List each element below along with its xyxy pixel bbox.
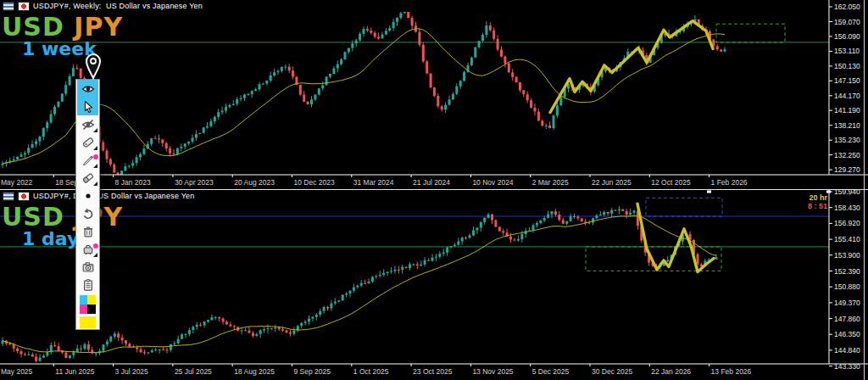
daily-chart-canvas[interactable]: 159.940158.430156.920155.410153.900152.3… <box>0 190 868 380</box>
window-marker <box>707 191 711 193</box>
price-axis-label: 147.860 <box>834 315 860 323</box>
price-axis-label: 153.900 <box>834 251 860 260</box>
date-axis-label: 12 Oct 2025 <box>651 178 691 187</box>
dashed-zone-rectangle[interactable] <box>716 24 785 42</box>
price-axis-label: 143.330 <box>834 362 860 371</box>
price-axis-label: 141.190 <box>834 106 860 115</box>
price-axis-label: 155.410 <box>834 235 860 243</box>
color-palette-button[interactable] <box>77 293 98 316</box>
pin-marker-icon[interactable] <box>83 52 103 81</box>
undo-button[interactable] <box>77 204 98 222</box>
date-axis-label: May 2022 <box>1 178 33 187</box>
weekly-chart-titlebar[interactable]: USDJPY#, Weekly: US Dollar vs Japanese Y… <box>0 0 203 12</box>
date-axis-label: 11 Jun 2025 <box>55 367 94 376</box>
price-axis-label: 156.920 <box>834 219 860 227</box>
clipboard-notes-button[interactable] <box>77 276 98 293</box>
usd-flag-icon <box>3 2 14 11</box>
jpy-flag-icon <box>18 192 30 201</box>
date-axis-label: 22 Jan 2026 <box>651 367 691 376</box>
date-axis-label: 9 Sep 2025 <box>294 367 331 376</box>
price-axis-label: 153.110 <box>834 47 860 55</box>
submenu-corner-arrow <box>93 253 97 257</box>
drawing-toolbar[interactable] <box>75 79 100 330</box>
hand-drawn-zigzag-annotation[interactable] <box>550 21 713 113</box>
price-axis-label: 149.370 <box>834 299 860 307</box>
date-axis-label: 1 Feb 2026 <box>711 178 748 187</box>
chart-window-daily[interactable]: USD JPY 1 day 159.940158.430156.920155.4… <box>0 189 868 380</box>
hide-objects-button[interactable] <box>77 115 98 133</box>
date-axis-label: 5 Dec 2025 <box>532 367 570 376</box>
select-cursor-button[interactable] <box>77 98 98 115</box>
date-axis-label: 2 Mar 2025 <box>532 178 569 187</box>
delete-trash-button[interactable] <box>77 222 98 240</box>
candlestick-series <box>2 206 718 362</box>
candle-countdown-timer: 20 hr 8 : 51 <box>808 193 827 210</box>
price-axis-label: 146.350 <box>834 330 860 338</box>
date-axis-label: 3 Jul 2025 <box>115 367 148 376</box>
date-axis-label: 13 Nov 2025 <box>472 367 513 376</box>
price-axis-label: 158.430 <box>834 204 860 212</box>
date-axis-label: 18 Aug 2025 <box>234 367 275 376</box>
date-axis-label: 22 Jun 2025 <box>592 178 632 187</box>
price-axis-label: 150.130 <box>834 62 860 70</box>
price-axis-label: 147.150 <box>834 76 860 85</box>
undo-icon <box>81 207 95 221</box>
price-axis-label: 138.210 <box>834 121 860 130</box>
timer-session-remaining: 20 hr <box>808 193 827 202</box>
eraser-button[interactable] <box>77 169 98 187</box>
date-axis-label: 13 Feb 2026 <box>711 367 752 376</box>
submenu-corner-arrow <box>93 182 97 186</box>
weekly-chart-canvas[interactable]: 162.050159.070156.090153.110150.130147.1… <box>0 0 868 189</box>
chart-window-weekly[interactable]: USD JPY 1 week 162.050159.070156.090153.… <box>0 0 868 189</box>
price-axis-label: 144.840 <box>834 346 860 355</box>
submenu-corner-arrow <box>93 146 97 150</box>
screenshot-camera-button[interactable] <box>77 258 98 276</box>
trash-icon <box>81 225 95 238</box>
date-axis-label: 30 Dec 2025 <box>592 367 632 376</box>
draw-pencil-button[interactable] <box>77 151 98 169</box>
moving-average-line <box>3 29 725 164</box>
jpy-flag-icon <box>18 2 30 11</box>
price-axis-label: 129.270 <box>834 165 860 174</box>
date-axis-label: 1 Oct 2025 <box>353 367 389 376</box>
price-axis-label: 135.230 <box>834 136 860 144</box>
price-axis-label: 156.090 <box>834 32 860 41</box>
date-axis-label: 31 Mar 2024 <box>353 178 394 187</box>
price-axis-label: 162.050 <box>834 3 860 11</box>
date-axis-label: 10 Dec 2023 <box>294 178 335 187</box>
clipboard-icon <box>81 278 95 292</box>
color-badge-dot <box>93 154 98 159</box>
price-axis-label: 159.070 <box>834 18 860 26</box>
price-axis-label: 132.250 <box>834 151 860 159</box>
daily-chart-title: USDJPY#, Daily: US Dollar vs Japanese Ye… <box>33 192 195 200</box>
weekly-chart-title: USDJPY#, Weekly: US Dollar vs Japanese Y… <box>33 2 203 10</box>
date-axis-label: 23 Oct 2025 <box>413 367 453 376</box>
palette-swatches-icon <box>80 295 96 314</box>
active-color-swatch-icon <box>80 316 96 328</box>
brush-size-dot[interactable] <box>77 187 98 204</box>
price-axis-label: 150.880 <box>834 282 860 291</box>
date-axis-label: 8 Jan 2023 <box>115 178 151 187</box>
date-axis-label: 20 Aug 2023 <box>234 178 275 187</box>
active-color-swatch[interactable] <box>77 316 98 329</box>
dashed-zone-rectangle[interactable] <box>646 198 722 216</box>
visibility-eye-button[interactable] <box>77 80 98 98</box>
trading-platform-screen: USD JPY 1 week 162.050159.070156.090153.… <box>0 0 868 380</box>
object-bag-button[interactable] <box>77 240 98 258</box>
date-axis-label: May 2025 <box>1 367 33 376</box>
date-axis-label: 10 Nov 2024 <box>472 178 513 187</box>
eye-icon <box>81 82 95 96</box>
usd-flag-icon <box>3 192 14 201</box>
label-tag-button[interactable] <box>77 133 98 151</box>
dot-icon <box>81 189 95 203</box>
date-axis-label: 21 Jul 2024 <box>413 178 450 187</box>
submenu-corner-arrow <box>93 164 97 168</box>
price-axis-label: 159.940 <box>834 190 860 196</box>
color-badge-dot <box>93 243 98 249</box>
date-axis-label: 25 Jul 2025 <box>175 367 212 376</box>
price-axis-label: 144.170 <box>834 92 860 100</box>
camera-icon <box>81 260 95 274</box>
moving-average-line <box>3 215 716 352</box>
submenu-corner-arrow <box>93 128 97 132</box>
timer-countdown: 8 : 51 <box>808 202 827 210</box>
